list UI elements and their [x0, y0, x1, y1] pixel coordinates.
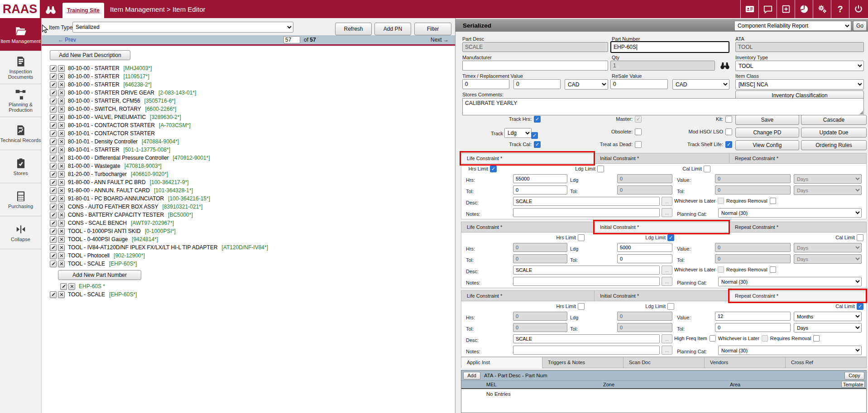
hrs-limit-checkbox[interactable]	[578, 303, 585, 310]
chat-icon[interactable]	[758, 0, 777, 18]
part-number[interactable]: [MHJ4003*]	[124, 65, 152, 71]
delete-icon[interactable]	[58, 204, 65, 210]
ldg-limit-checkbox[interactable]	[667, 303, 674, 310]
part-description[interactable]: 80-10-01 - CONTACTOR STARTER	[68, 122, 155, 128]
high-freq-item-checkbox[interactable]	[710, 335, 716, 342]
sidebar-item-technical-records[interactable]: Technical Records	[0, 117, 41, 150]
hrs-field[interactable]: 0	[513, 312, 567, 321]
hrs-limit-checkbox[interactable]	[578, 234, 585, 241]
tol-ldg-field[interactable]: 0	[617, 185, 672, 195]
delete-icon[interactable]	[58, 122, 65, 129]
track-cal-checkbox[interactable]: ✓	[534, 141, 541, 148]
whichever-is-later-checkbox[interactable]	[718, 198, 724, 204]
desc-more-button[interactable]: ...	[662, 266, 672, 275]
value-unit-select[interactable]: Months	[794, 312, 862, 321]
kit-checkbox[interactable]	[725, 116, 732, 123]
edit-icon[interactable]	[50, 291, 57, 298]
tol-value-field[interactable]: 0	[715, 323, 791, 332]
notes-more-button[interactable]: ...	[662, 346, 672, 355]
delete-icon[interactable]	[58, 130, 65, 137]
edit-icon[interactable]	[50, 138, 57, 145]
ordering-rules-button[interactable]: Ordering Rules	[801, 140, 867, 150]
part-number[interactable]: [AT120D/NF-IV84*]	[222, 244, 268, 251]
binoculars-icon[interactable]	[45, 4, 57, 15]
delete-icon[interactable]	[58, 212, 65, 218]
planning-cat-select[interactable]: Normal (30)	[718, 208, 862, 218]
update-due-button[interactable]: Update Due	[801, 128, 867, 138]
hrs-field[interactable]: 55000	[513, 174, 567, 183]
part-number[interactable]: [470912-9001*]	[173, 155, 210, 161]
tab-training-site[interactable]: Training Site	[62, 3, 104, 18]
resale-field[interactable]: 0	[610, 79, 668, 89]
edit-icon[interactable]	[50, 195, 57, 202]
part-number-field[interactable]: EHP-60S	[610, 41, 729, 53]
constraint-tab-life-constraint[interactable]: Life Constraint *	[461, 290, 595, 301]
manufacturer-field[interactable]	[462, 61, 608, 71]
edit-icon[interactable]	[50, 171, 57, 178]
part-description[interactable]: 80-10-00 - STARTER	[68, 73, 120, 80]
ldg-field[interactable]: 0	[617, 174, 672, 183]
tol-hrs-field[interactable]: 0	[513, 323, 567, 332]
edit-icon[interactable]	[50, 187, 57, 194]
part-description[interactable]: 91-80-00 - ANNUN. FAULT CARD	[68, 187, 150, 194]
part-number[interactable]: [EHP-60S*]	[109, 261, 137, 267]
part-description[interactable]: CONS - BATTERY CAPACITY TESTER	[68, 212, 164, 218]
part-number[interactable]: [902-12900*]	[114, 252, 145, 259]
constraint-tab-initial-constraint[interactable]: Initial Constraint *	[595, 222, 729, 233]
delete-icon[interactable]	[58, 195, 65, 202]
tab-triggers-notes[interactable]: Triggers & Notes	[542, 357, 623, 368]
part-number[interactable]: [501-1-13775-008*]	[124, 147, 170, 153]
desc-more-button[interactable]: ...	[662, 334, 672, 343]
desc-field[interactable]: SCALE	[513, 266, 660, 275]
ldg-field[interactable]: 5000	[617, 243, 672, 252]
resale-currency-select[interactable]: CAD	[672, 79, 729, 90]
cal-limit-checkbox[interactable]	[857, 234, 863, 241]
part-number[interactable]: [0-1000PSI*]	[145, 228, 176, 234]
delete-icon[interactable]	[58, 98, 65, 104]
part-description[interactable]: 80-10-01 - Density Controller	[68, 138, 138, 145]
part-number[interactable]: [3289630-2*]	[150, 114, 181, 120]
constraint-tab-repeat-constraint[interactable]: Repeat Constraint *	[729, 153, 867, 164]
part-description[interactable]: 80-10-00 - STARTER	[68, 65, 120, 71]
inventory-type-select[interactable]: TOOL	[735, 61, 864, 71]
value-field[interactable]: 12	[715, 312, 791, 321]
edit-icon[interactable]	[50, 90, 57, 96]
part-description[interactable]: 81-00-00 - Differential Pressure Control…	[68, 155, 169, 161]
part-description[interactable]: TOOL - IV84-AT120D/NF IPLEX FX/LX/LT HI-…	[68, 244, 218, 251]
part-description[interactable]: CONS - AUTO FEATHER BOX ASSY	[68, 204, 158, 210]
edit-icon[interactable]	[50, 163, 57, 170]
delete-icon[interactable]	[58, 155, 65, 161]
sidebar-item-item-management[interactable]: Item Management	[0, 18, 41, 51]
requires-removal-checkbox[interactable]	[813, 335, 820, 342]
edit-icon[interactable]	[50, 228, 57, 235]
constraint-tab-life-constraint[interactable]: Life Constraint *	[461, 153, 595, 164]
hrs-limit-checkbox[interactable]: ✓	[490, 166, 497, 172]
prev-link[interactable]: ← Prev	[58, 37, 76, 43]
delete-icon[interactable]	[58, 147, 65, 153]
part-description[interactable]: TOOL - Photocell	[68, 252, 110, 259]
tab-vendors[interactable]: Vendors	[705, 357, 786, 368]
item-type-select[interactable]: Serialized	[72, 22, 293, 33]
tol-value-field[interactable]: 0	[715, 254, 791, 263]
page-number-input[interactable]: 57	[283, 36, 300, 43]
report-select[interactable]: Component Reliability Report	[734, 21, 851, 31]
part-description[interactable]: 80-10-00 - STARTER DRIVE GEAR	[68, 90, 154, 96]
ldg-limit-checkbox[interactable]	[597, 166, 604, 172]
timex-currency-select[interactable]: CAD	[565, 79, 608, 90]
constraint-tab-repeat-constraint[interactable]: Repeat Constraint *	[729, 290, 867, 301]
track-unit-select[interactable]: Ldg	[504, 128, 532, 138]
edit-icon[interactable]	[50, 252, 57, 259]
edit-icon[interactable]	[50, 98, 57, 104]
item-class-select[interactable]: [MISC] NCA	[735, 79, 864, 90]
part-description[interactable]: 80-10-01 - STARTER	[68, 147, 120, 153]
stores-comments-textarea[interactable]: CALIBRATE YEARLY	[462, 98, 864, 115]
edit-icon[interactable]	[60, 283, 67, 290]
edit-icon[interactable]	[50, 204, 57, 210]
help-icon[interactable]: ?	[831, 0, 849, 18]
value-unit-select[interactable]: Days	[794, 174, 862, 184]
part-number[interactable]: [101-364328-1*]	[154, 187, 193, 194]
part-number[interactable]: [EHP-60S*]	[109, 291, 137, 298]
part-number[interactable]: [470884-9004*]	[142, 138, 179, 145]
part-description[interactable]: CONS - SCALE BENCH	[68, 220, 127, 226]
delete-icon[interactable]	[58, 220, 65, 227]
